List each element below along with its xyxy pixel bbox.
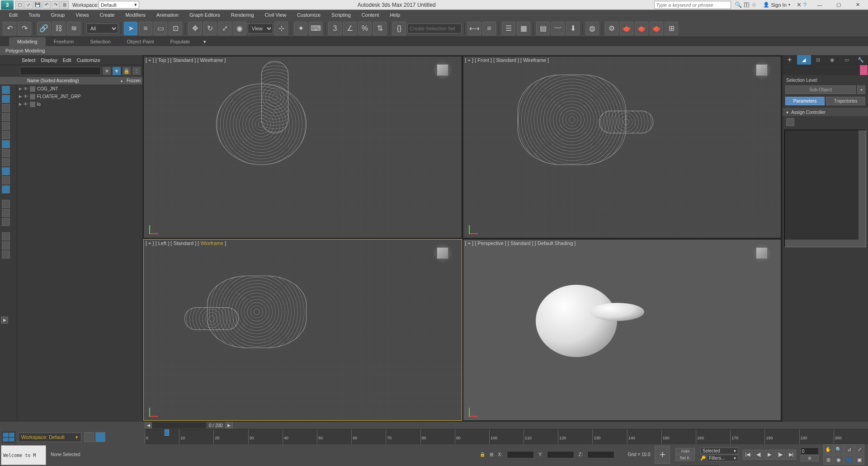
- visibility-icon[interactable]: 👁: [24, 102, 28, 107]
- play-button[interactable]: ▶: [764, 450, 774, 460]
- menu-rendering[interactable]: Rendering: [226, 11, 259, 19]
- sub-object-dropdown-icon[interactable]: ▾: [857, 85, 865, 94]
- link-button[interactable]: 🔗: [37, 22, 51, 35]
- se-menu-display[interactable]: Display: [41, 57, 57, 63]
- current-frame-input[interactable]: [801, 447, 819, 455]
- filter-icon[interactable]: ▼: [113, 67, 121, 75]
- undo-icon[interactable]: ↶: [42, 1, 51, 9]
- filter-hidden-icon[interactable]: [2, 185, 10, 193]
- save-file-icon[interactable]: 💾: [33, 1, 42, 9]
- render-prod-button[interactable]: 🫖: [650, 22, 663, 35]
- render-iterative-button[interactable]: ⊞: [665, 22, 678, 35]
- ribbon-tab-selection[interactable]: Selection: [82, 37, 118, 46]
- viewport-left[interactable]: [ + ] [ Left ] [ Standard ] [ Wireframe …: [143, 239, 462, 421]
- auto-key-button[interactable]: Auto: [675, 448, 695, 454]
- tree-item[interactable]: ▶ 👁 COG_JNT: [17, 85, 142, 93]
- visibility-icon[interactable]: 👁: [24, 94, 28, 99]
- binoculars-icon[interactable]: 🔍: [735, 1, 742, 8]
- viewport-label[interactable]: [ + ] [ Front ] [ Standard ] [ Wireframe…: [465, 57, 549, 63]
- mirror-button[interactable]: ⟷: [467, 22, 481, 35]
- viewport-label[interactable]: [ + ] [ Top ] [ Standard ] [ Wireframe ]: [146, 57, 226, 63]
- viewport-layout-icon[interactable]: [2, 432, 15, 442]
- filter-cameras-icon[interactable]: [2, 113, 10, 121]
- ruler-mark[interactable]: 50: [317, 429, 351, 444]
- window-crossing-button[interactable]: ⊡: [169, 22, 182, 35]
- ribbon-panel-label[interactable]: Polygon Modeling: [0, 46, 868, 55]
- new-file-icon[interactable]: ▢: [15, 1, 24, 9]
- star-icon[interactable]: ☆: [751, 1, 757, 8]
- ribbon-tab-modeling[interactable]: Modeling: [9, 37, 46, 46]
- filter-helpers-icon[interactable]: [2, 122, 10, 130]
- ruler-mark[interactable]: 160: [696, 429, 730, 444]
- expand-icon[interactable]: ▶: [19, 94, 22, 99]
- set-key-button[interactable]: +: [655, 446, 670, 464]
- tab-modify-icon[interactable]: ◢: [797, 55, 811, 65]
- tree-item[interactable]: ▶ 👁 FLOATER_JNT_GRP: [17, 93, 142, 100]
- ruler-mark[interactable]: 120: [558, 429, 592, 444]
- edit-selection-set-button[interactable]: {}: [392, 22, 406, 35]
- x-input[interactable]: [507, 451, 534, 458]
- bind-spacewarp-button[interactable]: ≋: [67, 22, 80, 35]
- timeline-scroll-right-icon[interactable]: ▶: [226, 422, 233, 428]
- fov-button[interactable]: ⊿: [844, 444, 854, 454]
- render-setup-button[interactable]: ⚙: [605, 22, 618, 35]
- menu-animation[interactable]: Animation: [151, 11, 184, 19]
- display-invert-icon[interactable]: [2, 218, 10, 226]
- align-button[interactable]: ≡: [482, 22, 496, 35]
- key-filters-dropdown[interactable]: Filters...▾: [707, 455, 738, 461]
- clear-search-icon[interactable]: ✕: [103, 67, 111, 75]
- parameters-button[interactable]: Parameters: [785, 97, 825, 105]
- se-menu-customize[interactable]: Customize: [77, 57, 100, 63]
- ruler-mark[interactable]: 80: [420, 429, 455, 444]
- timeline-scroll-left-icon[interactable]: ◀: [145, 422, 152, 428]
- pivot-center-button[interactable]: ⊹: [274, 22, 288, 35]
- viewport-label[interactable]: [ + ] [ Left ] [ Standard ] [ Wireframe …: [146, 240, 226, 246]
- filter-xrefs-icon[interactable]: [2, 149, 10, 157]
- render-button[interactable]: 🫖: [635, 22, 648, 35]
- isolate-icon[interactable]: [95, 432, 105, 442]
- filter-containers-icon[interactable]: [2, 167, 10, 175]
- ref-coord-dropdown[interactable]: View: [248, 24, 273, 33]
- tab-create-icon[interactable]: ✚: [783, 55, 797, 65]
- help-icon[interactable]: ?: [803, 1, 807, 8]
- walk-button[interactable]: 👣: [844, 455, 854, 465]
- ruler-mark[interactable]: 190: [799, 429, 834, 444]
- explorer-button[interactable]: ▦: [517, 22, 530, 35]
- viewport-label[interactable]: [ + ] [ Perspective ] [ Standard ] [ Def…: [465, 240, 576, 246]
- ruler-mark[interactable]: 20: [213, 429, 248, 444]
- ruler-mark[interactable]: 170: [730, 429, 764, 444]
- zoom-view-button[interactable]: 🔍: [834, 444, 844, 454]
- key-filter-selected[interactable]: Selected▾: [700, 447, 738, 454]
- filter-lights-icon[interactable]: [2, 104, 10, 112]
- z-input[interactable]: [587, 451, 614, 458]
- project-icon[interactable]: ⊞: [61, 1, 69, 9]
- material-editor-button[interactable]: ◍: [585, 22, 599, 35]
- goto-start-button[interactable]: |◀: [743, 450, 753, 460]
- rotate-button[interactable]: ↻: [203, 22, 217, 35]
- ribbon-tab-freeform[interactable]: Freeform: [46, 37, 82, 46]
- rectangle-select-button[interactable]: ▭: [154, 22, 167, 35]
- sort-icon[interactable]: [2, 232, 10, 240]
- rollout-header[interactable]: ▾ Assign Controller: [783, 108, 868, 116]
- select-object-button[interactable]: ➤: [124, 22, 137, 35]
- ruler-mark[interactable]: 180: [764, 429, 799, 444]
- ribbon-tab-populate[interactable]: Populate: [162, 37, 198, 46]
- ruler-mark[interactable]: 40: [283, 429, 317, 444]
- se-menu-edit[interactable]: Edit: [63, 57, 71, 63]
- tab-hierarchy-icon[interactable]: ⊟: [811, 55, 826, 65]
- scale-button[interactable]: ⤢: [218, 22, 231, 35]
- expand-icon[interactable]: ▶: [19, 102, 22, 106]
- redo-icon[interactable]: ↷: [52, 1, 60, 9]
- coord-display-icon[interactable]: ⊞: [490, 452, 493, 457]
- ruler-mark[interactable]: 140: [627, 429, 661, 444]
- orbit-button[interactable]: ◉: [834, 455, 844, 465]
- unlink-button[interactable]: ⛓: [52, 22, 66, 35]
- keyboard-shortcut-button[interactable]: ⌨: [309, 22, 322, 35]
- manipulate-button[interactable]: ✦: [294, 22, 307, 35]
- col-frozen[interactable]: Frozen: [123, 78, 141, 83]
- ruler-mark[interactable]: 70: [386, 429, 420, 444]
- placement-button[interactable]: ◉: [233, 22, 246, 35]
- next-frame-button[interactable]: |▶: [775, 450, 785, 460]
- display-none-icon[interactable]: [2, 209, 10, 217]
- viewcube-icon[interactable]: [433, 243, 453, 263]
